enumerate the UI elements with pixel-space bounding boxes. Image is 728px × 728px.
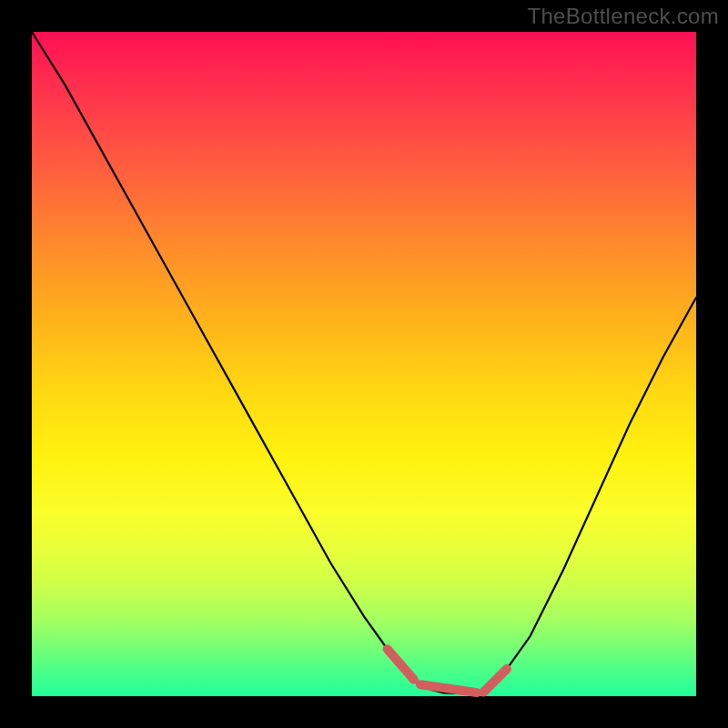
plot-area: [32, 32, 696, 696]
curve-svg: [32, 32, 696, 696]
watermark-text: TheBottleneck.com: [527, 4, 719, 29]
highlight-flat: [420, 684, 477, 693]
highlight-left: [388, 649, 414, 680]
highlight-right: [483, 669, 507, 693]
chart-stage: TheBottleneck.com: [0, 0, 728, 728]
bottleneck-curve: [32, 32, 696, 693]
